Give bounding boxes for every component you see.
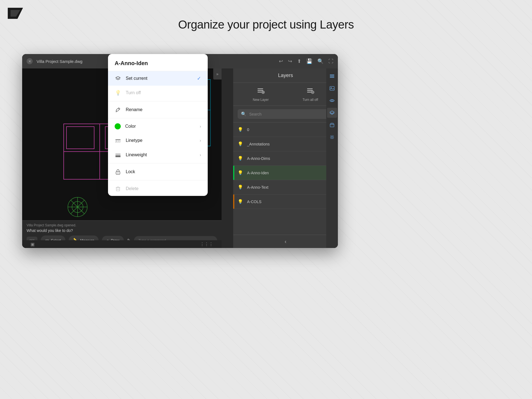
context-menu-overlay[interactable]: A-Anno-Iden Set current ✓ 💡 Turn off (0, 0, 532, 399)
linetype-label: Linetype (126, 138, 195, 143)
turn-off-icon: 💡 (115, 89, 121, 96)
svg-point-55 (118, 173, 119, 173)
linetype-arrow: › (200, 138, 201, 143)
linetype-icon (115, 137, 121, 144)
rename-icon (115, 106, 121, 113)
set-current-check: ✓ (197, 75, 201, 81)
menu-item-rename[interactable]: Rename (108, 103, 208, 117)
menu-item-lineweight[interactable]: Lineweight › (108, 148, 208, 162)
context-menu: A-Anno-Iden Set current ✓ 💡 Turn off (108, 54, 208, 196)
color-label: Color (125, 124, 195, 129)
context-menu-title: A-Anno-Iden (108, 54, 208, 71)
lock-icon (115, 168, 121, 175)
color-arrow: › (200, 124, 201, 129)
set-current-label: Set current (126, 76, 192, 81)
menu-divider-4 (108, 180, 208, 180)
menu-divider-2 (108, 118, 208, 118)
menu-item-turn-off[interactable]: 💡 Turn off (108, 86, 208, 100)
lineweight-arrow: › (200, 153, 201, 157)
lock-label: Lock (126, 169, 201, 174)
menu-item-set-current[interactable]: Set current ✓ (108, 71, 208, 86)
turn-off-label: Turn off (126, 90, 201, 95)
lineweight-icon (115, 152, 121, 158)
menu-divider-3 (108, 163, 208, 163)
menu-item-delete[interactable]: Delete (108, 181, 208, 196)
menu-item-lock[interactable]: Lock (108, 165, 208, 179)
delete-icon (115, 185, 121, 192)
menu-item-color[interactable]: Color › (108, 119, 208, 133)
color-dot (115, 123, 121, 129)
lineweight-label: Lineweight (126, 152, 195, 157)
menu-divider-1 (108, 101, 208, 101)
set-current-icon (115, 75, 121, 82)
rename-label: Rename (126, 107, 201, 112)
menu-item-linetype[interactable]: Linetype › (108, 133, 208, 148)
delete-label: Delete (126, 186, 201, 191)
